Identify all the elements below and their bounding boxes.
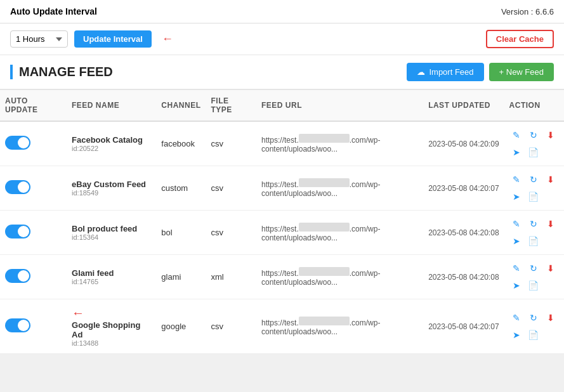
action-icons: ✎↻⬇➤📄 xyxy=(509,173,559,204)
feed-name: eBay Custom Feed xyxy=(72,180,151,189)
interval-left: 1 Hours 2 Hours 6 Hours 12 Hours 24 Hour… xyxy=(10,30,173,48)
manage-feed-header: MANAGE FEED ☁ Import Feed + New Feed xyxy=(0,55,564,90)
feed-name: Glami feed xyxy=(72,268,151,278)
last-updated-cell: 2023-05-08 04:20:07 xyxy=(423,299,504,354)
action-cell: ✎↻⬇➤📄 xyxy=(504,299,564,354)
download-icon[interactable]: ⬇ xyxy=(544,261,558,275)
url-redacted xyxy=(299,178,350,187)
toggle-cell xyxy=(0,255,67,299)
edit-icon[interactable]: ✎ xyxy=(509,217,523,231)
import-feed-button[interactable]: ☁ Import Feed xyxy=(407,63,483,81)
row-arrow-icon: ← xyxy=(72,306,84,320)
table-row: Glami feedid:14765glamixmlhttps://test. … xyxy=(0,255,564,299)
feed-name: Bol product feed xyxy=(72,224,151,233)
auto-update-toggle[interactable] xyxy=(5,318,30,332)
action-cell: ✎↻⬇➤📄 xyxy=(504,211,564,255)
last-updated-cell: 2023-05-08 04:20:09 xyxy=(423,121,504,166)
auto-update-toggle[interactable] xyxy=(5,180,30,194)
manage-feed-actions: ☁ Import Feed + New Feed xyxy=(407,63,554,81)
export-icon[interactable]: ➤ xyxy=(509,234,523,248)
feed-url-cell: https://test. .com/wp-content/uploads/wo… xyxy=(256,166,423,211)
refresh-icon[interactable]: ↻ xyxy=(527,261,541,275)
download-icon[interactable]: ⬇ xyxy=(544,311,558,325)
document-icon[interactable]: 📄 xyxy=(527,190,541,204)
col-last-updated: LAST UPDATED xyxy=(423,90,504,121)
feed-url-cell: https://test. .com/wp-content/uploads/wo… xyxy=(256,255,423,299)
col-action: ACTION xyxy=(504,90,564,121)
download-icon[interactable]: ⬇ xyxy=(544,173,558,186)
url-redacted xyxy=(299,223,350,232)
feed-name: Google Shopping Ad xyxy=(72,320,151,339)
toggle-cell xyxy=(0,121,67,166)
url-redacted xyxy=(299,134,350,143)
feed-url-cell: https://test. .com/wp-content/uploads/wo… xyxy=(256,211,423,255)
feed-id: id:15364 xyxy=(72,233,151,241)
feed-name-cell: Bol product feedid:15364 xyxy=(67,211,156,255)
feed-table-body: Facebook Catalogid:20522facebookcsvhttps… xyxy=(0,121,564,354)
feed-name-cell: eBay Custom Feedid:18549 xyxy=(67,166,156,211)
col-channel: CHANNEL xyxy=(156,90,206,121)
interval-select[interactable]: 1 Hours 2 Hours 6 Hours 12 Hours 24 Hour… xyxy=(10,30,68,48)
feed-table-container: AUTO UPDATE FEED NAME CHANNEL FILE TYPE … xyxy=(0,90,564,354)
feed-name: Facebook Catalog xyxy=(72,135,151,145)
col-auto-update: AUTO UPDATE xyxy=(0,90,67,121)
document-icon[interactable]: 📄 xyxy=(527,278,541,292)
file-type-cell: csv xyxy=(206,166,256,211)
document-icon[interactable]: 📄 xyxy=(527,328,541,342)
export-icon[interactable]: ➤ xyxy=(509,328,523,342)
table-row: ←Google Shopping Adid:13488googlecsvhttp… xyxy=(0,299,564,354)
refresh-icon[interactable]: ↻ xyxy=(527,311,541,325)
action-icons: ✎↻⬇➤📄 xyxy=(509,311,559,342)
auto-update-toggle[interactable] xyxy=(5,225,30,238)
document-icon[interactable]: 📄 xyxy=(527,145,541,159)
top-bar: Auto Update Interval Version : 6.6.6 xyxy=(0,0,564,23)
action-cell: ✎↻⬇➤📄 xyxy=(504,121,564,166)
clear-cache-button[interactable]: Clear Cache xyxy=(486,30,554,48)
file-type-cell: csv xyxy=(206,121,256,166)
edit-icon[interactable]: ✎ xyxy=(509,261,523,275)
interval-bar: 1 Hours 2 Hours 6 Hours 12 Hours 24 Hour… xyxy=(0,23,564,55)
action-icons: ✎↻⬇➤📄 xyxy=(509,261,559,292)
action-icons: ✎↻⬇➤📄 xyxy=(509,217,559,248)
auto-update-title: Auto Update Interval xyxy=(10,6,97,16)
download-icon[interactable]: ⬇ xyxy=(544,128,558,142)
export-icon[interactable]: ➤ xyxy=(509,145,523,159)
table-row: Bol product feedid:15364bolcsvhttps://te… xyxy=(0,211,564,255)
new-feed-button[interactable]: + New Feed xyxy=(489,63,554,81)
feed-name-cell: ←Google Shopping Adid:13488 xyxy=(67,299,156,354)
table-row: eBay Custom Feedid:18549customcsvhttps:/… xyxy=(0,166,564,211)
file-type-cell: csv xyxy=(206,299,256,354)
col-file-type: FILE TYPE xyxy=(206,90,256,121)
edit-icon[interactable]: ✎ xyxy=(509,128,523,142)
toggle-cell xyxy=(0,211,67,255)
download-icon[interactable]: ⬇ xyxy=(544,217,558,231)
feed-name-cell: Glami feedid:14765 xyxy=(67,255,156,299)
export-icon[interactable]: ➤ xyxy=(509,190,523,204)
document-icon[interactable]: 📄 xyxy=(527,234,541,248)
feed-id: id:18549 xyxy=(72,189,151,197)
last-updated-cell: 2023-05-08 04:20:08 xyxy=(423,211,504,255)
feed-name-cell: Facebook Catalogid:20522 xyxy=(67,121,156,166)
auto-update-toggle[interactable] xyxy=(5,136,30,150)
refresh-icon[interactable]: ↻ xyxy=(527,128,541,142)
arrow-annotation: ← xyxy=(162,32,173,46)
url-redacted xyxy=(299,317,350,325)
url-redacted xyxy=(299,267,350,276)
refresh-icon[interactable]: ↻ xyxy=(527,217,541,231)
feed-id: id:20522 xyxy=(72,145,151,152)
file-type-cell: csv xyxy=(206,211,256,255)
file-type-cell: xml xyxy=(206,255,256,299)
channel-cell: custom xyxy=(156,166,206,211)
auto-update-toggle[interactable] xyxy=(5,269,30,283)
action-cell: ✎↻⬇➤📄 xyxy=(504,255,564,299)
cloud-icon: ☁ xyxy=(417,67,425,77)
refresh-icon[interactable]: ↻ xyxy=(527,173,541,186)
toggle-cell xyxy=(0,166,67,211)
feed-url-cell: https://test. .com/wp-content/uploads/wo… xyxy=(256,121,423,166)
export-icon[interactable]: ➤ xyxy=(509,278,523,292)
edit-icon[interactable]: ✎ xyxy=(509,311,523,325)
action-cell: ✎↻⬇➤📄 xyxy=(504,166,564,211)
update-interval-button[interactable]: Update Interval xyxy=(74,30,152,48)
edit-icon[interactable]: ✎ xyxy=(509,173,523,186)
channel-cell: facebook xyxy=(156,121,206,166)
